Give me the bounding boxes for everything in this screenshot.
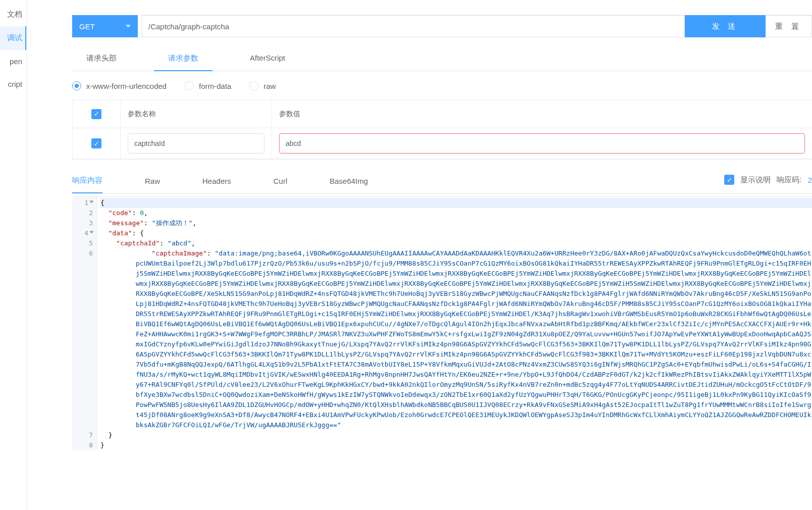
status-code-value: 2 — [808, 176, 812, 184]
sidebar-item-doc[interactable]: 文档 — [0, 3, 26, 26]
url-input[interactable] — [142, 15, 685, 37]
col-header-value: 参数值 — [272, 100, 812, 128]
params-table: ✓ 参数名称 参数值 ✓ — [72, 99, 812, 160]
rtab-raw[interactable]: Raw — [145, 172, 160, 192]
params-header-row: ✓ 参数名称 参数值 — [73, 100, 812, 128]
radio-icon — [72, 81, 81, 90]
tab-request-headers[interactable]: 请求头部 — [72, 48, 131, 71]
request-tabs: 请求头部 请求参数 AfterScript — [72, 48, 812, 71]
method-select[interactable]: GET — [72, 15, 138, 37]
radio-label: raw — [263, 82, 276, 90]
col-header-name: 参数名称 — [121, 100, 272, 128]
response-editor[interactable]: 123456 78 { "code": 0, "message": "操作成功！… — [72, 196, 812, 450]
method-value: GET — [79, 22, 95, 31]
sidebar-item-script[interactable]: cript — [0, 73, 26, 95]
rtab-curl[interactable]: Curl — [274, 172, 288, 192]
sidebar: 文档 调试 pen cript — [0, 0, 27, 510]
radio-icon — [249, 81, 258, 90]
editor-code[interactable]: { "code": 0, "message": "操作成功！", "data":… — [97, 197, 812, 450]
sidebar-item-debug[interactable]: 调试 — [0, 26, 26, 50]
radio-icon — [185, 81, 194, 90]
encoding-row: x-www-form-urlencoded form-data raw — [72, 81, 812, 90]
row-check[interactable]: ✓ — [91, 138, 101, 148]
rtab-content[interactable]: 响应内容 — [72, 171, 102, 193]
param-value-input[interactable] — [279, 133, 805, 154]
show-desc-checkbox[interactable]: ✓ — [724, 175, 734, 185]
sidebar-item-pen[interactable]: pen — [0, 50, 26, 73]
rtab-base64img[interactable]: Base64Img — [330, 172, 368, 192]
check-all[interactable]: ✓ — [91, 109, 101, 119]
params-row: ✓ — [73, 128, 812, 159]
reset-button[interactable]: 重 置 — [766, 15, 812, 37]
param-name-input[interactable] — [128, 133, 264, 154]
status-code-label: 响应码: — [777, 175, 801, 185]
radio-urlencoded[interactable]: x-www-form-urlencoded — [72, 81, 167, 90]
rtab-headers[interactable]: Headers — [202, 172, 231, 192]
response-tabs: 响应内容 Raw Headers Curl Base64Img ✓ 显示说明 响… — [72, 171, 812, 193]
send-button[interactable]: 发 送 — [685, 15, 766, 37]
show-desc-label: 显示说明 — [740, 175, 771, 185]
radio-label: x-www-form-urlencoded — [86, 82, 167, 90]
radio-raw[interactable]: raw — [249, 81, 276, 90]
chevron-down-icon — [126, 25, 131, 28]
radio-label: form-data — [199, 82, 231, 90]
editor-gutter: 123456 78 — [72, 197, 97, 450]
tab-request-params[interactable]: 请求参数 — [154, 48, 212, 71]
radio-formdata[interactable]: form-data — [185, 81, 231, 90]
tab-afterscript[interactable]: AfterScript — [236, 48, 299, 71]
request-row: GET 发 送 重 置 — [72, 15, 812, 37]
